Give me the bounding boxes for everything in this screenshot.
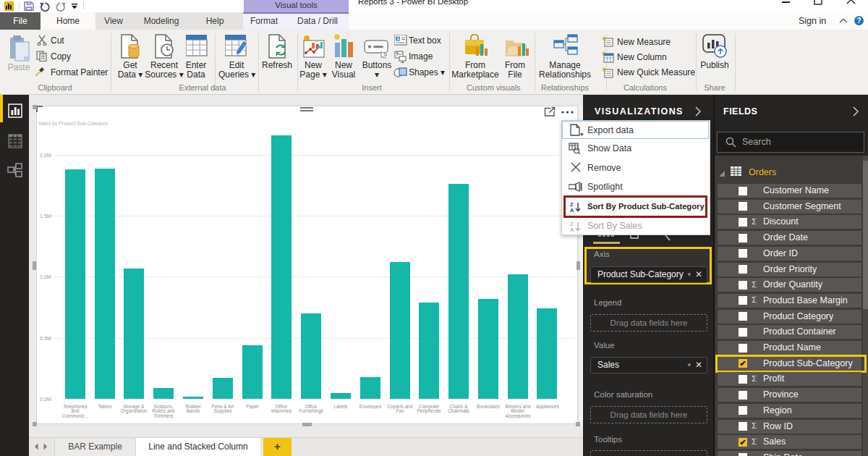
svg-text:A: A <box>570 207 574 213</box>
svg-text:A: A <box>396 36 400 41</box>
svg-text:A: A <box>570 227 574 232</box>
